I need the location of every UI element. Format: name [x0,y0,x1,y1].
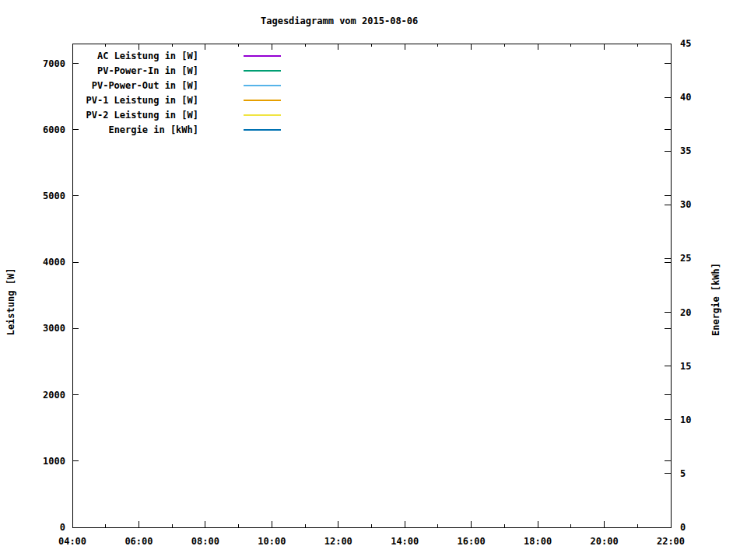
y2-tick-label: 45 [680,38,691,49]
y2-tick-label: 25 [680,253,691,264]
x-tick-label: 14:00 [391,536,419,547]
legend-line-sample [244,70,281,72]
x-tick-label: 10:00 [258,536,286,547]
legend-line-sample [244,114,281,116]
y-tick-label: 4000 [43,257,65,268]
legend-label: PV-Power-In in [W] [97,65,198,76]
y2-tick-label: 0 [680,522,686,533]
y2-tick-label: 30 [680,199,691,210]
y-axis-label: Leistung [W] [5,268,16,336]
x-tick-label: 22:00 [657,536,685,547]
y2-axis-label: Energie [kWh] [710,263,721,336]
y2-tick-label: 20 [680,307,691,318]
x-tick-label: 18:00 [524,536,552,547]
legend-label: AC Leistung in [W] [97,51,198,61]
legend-row: PV-Power-Out in [W] [0,80,747,91]
y2-tick-label: 15 [680,361,691,372]
legend-label: PV-1 Leistung in [W] [86,95,199,106]
y2-tick-label: 10 [680,415,691,425]
legend-label: PV-2 Leistung in [W] [86,110,199,121]
legend-row: PV-2 Leistung in [W] [0,110,747,121]
chart-canvas: Tagesdiagramm vom 2015-08-06 Leistung [W… [0,0,747,560]
x-tick-label: 20:00 [590,536,618,547]
x-tick-label: 08:00 [191,536,219,547]
legend-row: PV-Power-In in [W] [0,65,747,76]
x-tick-label: 04:00 [58,536,86,547]
legend-line-sample [244,55,281,57]
x-tick-label: 16:00 [458,536,486,547]
legend-line-sample [244,85,281,86]
y-tick-label: 2000 [43,390,65,401]
legend-label: Energie in [kWh] [108,124,198,135]
legend-row: PV-1 Leistung in [W] [0,95,747,106]
y-tick-label: 5000 [43,191,65,201]
legend-label: PV-Power-Out in [W] [92,80,198,91]
y-tick-label: 3000 [43,323,65,334]
x-tick-label: 12:00 [324,536,352,547]
y2-tick-label: 5 [680,468,686,479]
legend-line-sample [244,129,281,131]
y-tick-label: 0 [60,522,65,533]
y2-tick-label: 35 [680,145,691,156]
legend-row: AC Leistung in [W] [0,51,747,61]
y-tick-label: 1000 [43,456,65,467]
legend-line-sample [244,100,281,101]
legend-row: Energie in [kWh] [0,124,747,135]
x-tick-label: 06:00 [124,536,153,547]
